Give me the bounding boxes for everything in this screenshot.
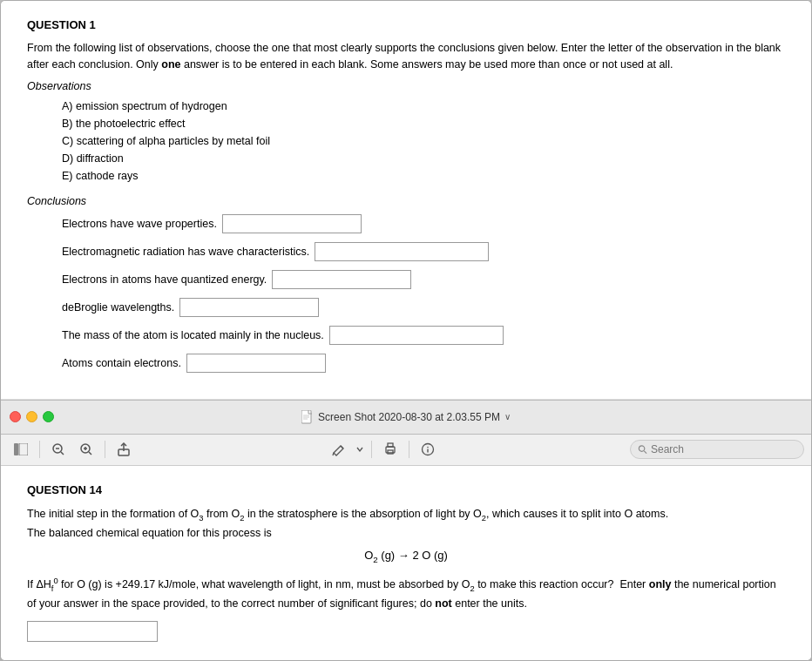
observations-list: A) emission spectrum of hydrogen B) the …: [62, 98, 785, 185]
obs-a-text: emission spectrum of hydrogen: [76, 100, 227, 112]
conclusion-2-label: Electromagnetic radiation has wave chara…: [62, 246, 309, 258]
obs-c-text: scattering of alpha particles by metal f…: [77, 135, 270, 147]
obs-b-text: the photoelectric effect: [76, 118, 186, 130]
toolbar-center: [142, 438, 625, 461]
instructions-text: From the following list of observations,…: [27, 40, 785, 73]
conclusion-row-2: Electromagnetic radiation has wave chara…: [62, 242, 785, 261]
observation-d: D) diffraction: [62, 150, 785, 167]
conclusions-list: Electrons have wave properties. Electrom…: [62, 214, 785, 373]
share-button[interactable]: [111, 438, 137, 461]
toolbar-divider-1: [39, 441, 40, 458]
chevron-down-icon: [356, 446, 363, 453]
conclusion-3-label: Electrons in atoms have quantized energy…: [62, 273, 267, 286]
conclusion-row-5: The mass of the atom is located mainly i…: [62, 326, 785, 345]
print-button[interactable]: [377, 438, 403, 461]
observation-e: E) cathode rays: [62, 167, 785, 185]
svg-rect-4: [14, 443, 18, 455]
toolbar-divider-2: [105, 441, 105, 458]
bottom-document-area: QUESTION 14 The initial step in the form…: [1, 466, 811, 661]
obs-d-letter: D): [62, 152, 77, 165]
q14-paragraph-1: The initial step in the formation of O3 …: [27, 505, 785, 543]
window-controls: [10, 411, 54, 422]
print-icon: [383, 442, 397, 456]
annotate-button[interactable]: [326, 438, 352, 461]
search-box[interactable]: [630, 440, 804, 459]
conclusion-5-label: The mass of the atom is located mainly i…: [62, 329, 324, 341]
observations-label: Observations: [27, 80, 785, 92]
conclusion-1-label: Electrons have wave properties.: [62, 218, 217, 230]
svg-rect-17: [388, 443, 393, 447]
conclusion-5-input[interactable]: [329, 326, 504, 345]
svg-line-14: [341, 446, 343, 449]
obs-c-letter: C): [62, 135, 77, 147]
zoom-out-button[interactable]: [45, 438, 71, 461]
svg-line-23: [644, 451, 646, 454]
search-icon: [638, 444, 647, 455]
zoom-in-button[interactable]: [73, 438, 99, 461]
share-icon: [117, 442, 131, 456]
conclusion-row-3: Electrons in atoms have quantized energy…: [62, 270, 785, 289]
conclusion-4-label: deBroglie wavelengths.: [62, 301, 174, 314]
window-title: Screen Shot 2020-08-30 at 2.03.55 PM ∨: [301, 410, 511, 424]
conclusion-4-input[interactable]: [179, 298, 319, 317]
svg-point-22: [639, 446, 644, 451]
conclusion-row-1: Electrons have wave properties.: [62, 214, 785, 233]
obs-e-text: cathode rays: [76, 170, 139, 182]
toolbar-left: [8, 438, 137, 461]
svg-rect-18: [388, 450, 393, 454]
q14-answer-input[interactable]: [27, 621, 158, 642]
obs-d-text: diffraction: [77, 152, 124, 165]
observation-a: A) emission spectrum of hydrogen: [62, 98, 785, 115]
observation-b: B) the photoelectric effect: [62, 115, 785, 132]
main-window: QUESTION 1 From the following list of ob…: [0, 0, 812, 661]
conclusions-label: Conclusions: [27, 195, 785, 207]
top-document-area: QUESTION 1 From the following list of ob…: [1, 1, 811, 400]
annotate-dropdown-button[interactable]: [354, 438, 366, 461]
obs-e-letter: E): [62, 170, 76, 182]
minimize-button[interactable]: [26, 411, 37, 422]
conclusion-2-input[interactable]: [315, 242, 489, 261]
obs-b-letter: B): [62, 118, 76, 130]
info-icon: [421, 442, 435, 456]
maximize-button[interactable]: [43, 411, 54, 422]
toolbar-divider-4: [409, 441, 409, 458]
conclusion-row-4: deBroglie wavelengths.: [62, 298, 785, 317]
toolbar-divider-3: [371, 441, 372, 458]
search-input[interactable]: [651, 443, 796, 455]
observation-c: C) scattering of alpha particles by meta…: [62, 132, 785, 150]
info-button[interactable]: [415, 438, 441, 461]
titlebar-text: Screen Shot 2020-08-30 at 2.03.55 PM: [318, 411, 500, 423]
svg-line-12: [89, 452, 91, 455]
zoom-in-icon: [79, 442, 93, 456]
sidebar-toggle-button[interactable]: [8, 438, 34, 461]
svg-line-8: [61, 452, 64, 455]
svg-rect-5: [19, 443, 28, 455]
sidebar-icon: [14, 443, 28, 455]
document-icon: [301, 410, 314, 424]
svg-line-15: [333, 453, 334, 455]
conclusion-6-label: Atoms contain electrons.: [62, 357, 181, 369]
pencil-icon: [332, 442, 346, 456]
conclusion-3-input[interactable]: [272, 270, 411, 289]
toolbar: [1, 435, 811, 466]
close-button[interactable]: [10, 411, 21, 422]
q14-equation: O2 (g) → 2 O (g): [27, 549, 785, 564]
edit-group: [326, 438, 441, 461]
obs-a-letter: A): [62, 100, 76, 112]
question-1-title: QUESTION 1: [27, 18, 785, 31]
zoom-out-icon: [51, 442, 65, 456]
conclusion-row-6: Atoms contain electrons.: [62, 354, 785, 373]
conclusion-6-input[interactable]: [186, 354, 326, 373]
conclusion-1-input[interactable]: [222, 214, 362, 233]
chevron-icon: ∨: [504, 412, 511, 422]
question-14-title: QUESTION 14: [27, 483, 785, 496]
svg-point-20: [427, 447, 429, 449]
titlebar: Screen Shot 2020-08-30 at 2.03.55 PM ∨: [1, 400, 811, 435]
q14-paragraph-2: If ΔHf0 for O (g) is +249.17 kJ/mole, wh…: [27, 575, 785, 613]
